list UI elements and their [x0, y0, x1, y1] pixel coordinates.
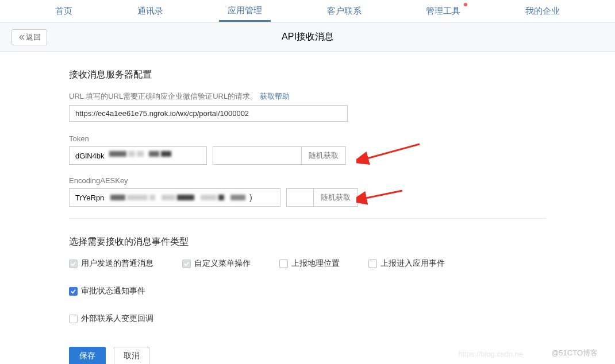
checkbox-label: 用户发送的普通消息 — [81, 258, 153, 269]
watermark-csdn: https://blog.csdn.ne — [458, 350, 523, 358]
nav-tools-label: 管理工具 — [426, 6, 460, 16]
cancel-button[interactable]: 取消 — [114, 347, 149, 364]
nav-home[interactable]: 首页 — [47, 1, 81, 21]
get-help-link[interactable]: 获取帮助 — [260, 92, 290, 100]
arrow-annotation-icon — [356, 188, 408, 206]
checkbox-icon — [69, 315, 78, 323]
nav-tools[interactable]: 管理工具 — [417, 1, 469, 21]
checkbox-location[interactable]: 上报地理位置 — [279, 258, 340, 269]
watermark: @51CTO博客 — [551, 348, 598, 358]
subheader: 返回 API接收消息 — [0, 23, 615, 52]
url-input[interactable] — [69, 105, 348, 122]
url-hint: URL 填写的URL需要正确响应企业微信验证URL的请求。 — [69, 92, 257, 100]
checkbox-external-contact[interactable]: 外部联系人变更回调 — [69, 313, 546, 324]
nav-apps[interactable]: 应用管理 — [219, 1, 271, 22]
checkbox-icon — [182, 260, 191, 268]
aes-random-button[interactable]: 随机获取 — [314, 188, 358, 207]
nav-company[interactable]: 我的企业 — [517, 1, 568, 21]
svg-line-1 — [365, 144, 420, 159]
checkbox-label: 外部联系人变更回调 — [81, 313, 153, 324]
checkbox-enter-app[interactable]: 上报进入应用事件 — [368, 258, 445, 269]
url-label: URL 填写的URL需要正确响应企业微信验证URL的请求。 获取帮助 — [69, 91, 546, 102]
aes-row: ) 随机获取 — [69, 188, 546, 207]
back-button[interactable]: 返回 — [11, 29, 47, 45]
checkbox-icon — [279, 260, 288, 268]
nav-contacts[interactable]: 通讯录 — [129, 1, 172, 21]
divider — [69, 218, 546, 219]
back-button-label: 返回 — [26, 32, 41, 42]
event-types-group: 用户发送的普通消息 自定义菜单操作 上报地理位置 上报进入应用事件 审批状态通知… — [69, 258, 546, 324]
top-nav: 首页 通讯录 应用管理 客户联系 管理工具 我的企业 — [0, 0, 615, 23]
page-title: API接收消息 — [282, 31, 333, 43]
nav-customer[interactable]: 客户联系 — [318, 1, 370, 21]
section-event-types-title: 选择需要接收的消息事件类型 — [69, 236, 546, 248]
checkbox-icon — [69, 287, 78, 296]
content: 接收消息服务器配置 URL 填写的URL需要正确响应企业微信验证URL的请求。 … — [0, 52, 615, 364]
token-label: Token — [69, 134, 546, 143]
svg-line-3 — [363, 191, 402, 199]
token-row: 随机获取 — [69, 146, 546, 165]
aes-label: EncodingAESKey — [69, 176, 546, 185]
arrow-annotation-icon — [356, 143, 425, 166]
checkbox-label: 上报进入应用事件 — [380, 258, 445, 269]
checkbox-icon — [69, 260, 78, 268]
aes-extra-input[interactable] — [286, 188, 314, 207]
section-server-config-title: 接收消息服务器配置 — [69, 69, 546, 81]
checkbox-label: 审批状态通知事件 — [81, 286, 145, 296]
checkbox-user-message[interactable]: 用户发送的普通消息 — [69, 258, 153, 269]
chevron-left-icon — [18, 34, 25, 40]
notification-dot-icon — [464, 3, 467, 6]
token-extra-input[interactable] — [213, 146, 302, 165]
token-random-button[interactable]: 随机获取 — [302, 146, 346, 165]
save-button[interactable]: 保存 — [69, 347, 106, 364]
checkbox-approval-notify[interactable]: 审批状态通知事件 — [69, 286, 145, 296]
checkbox-label: 上报地理位置 — [291, 258, 340, 269]
checkbox-icon — [368, 260, 377, 268]
checkbox-custom-menu[interactable]: 自定义菜单操作 — [182, 258, 251, 269]
checkbox-label: 自定义菜单操作 — [194, 258, 251, 269]
